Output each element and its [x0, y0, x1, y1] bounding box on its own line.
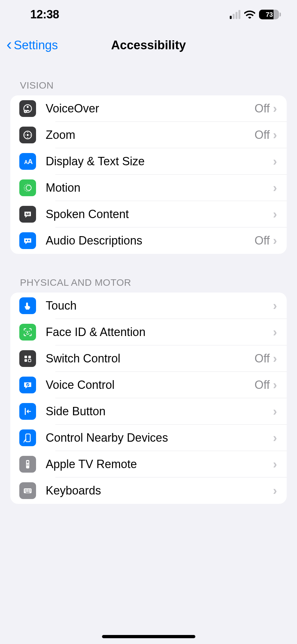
svg-rect-31 — [26, 489, 27, 490]
row-control-nearby[interactable]: Control Nearby Devices › — [10, 425, 287, 451]
svg-point-14 — [26, 331, 27, 332]
chevron-right-icon: › — [273, 181, 277, 195]
row-label: Control Nearby Devices — [46, 431, 273, 445]
svg-point-2 — [24, 110, 27, 113]
voice-control-icon — [19, 377, 36, 393]
row-value: Off — [255, 378, 270, 392]
row-label: Switch Control — [46, 352, 255, 365]
svg-rect-17 — [28, 356, 31, 358]
row-zoom[interactable]: Zoom Off › — [10, 122, 287, 148]
chevron-right-icon: › — [273, 457, 277, 471]
row-label: Voice Control — [46, 378, 255, 392]
row-label: Motion — [46, 181, 273, 195]
row-switch-control[interactable]: Switch Control Off › — [10, 345, 287, 372]
chevron-right-icon: › — [273, 128, 277, 142]
chevron-right-icon: › — [273, 234, 277, 248]
chevron-right-icon: › — [273, 155, 277, 168]
status-time: 12:38 — [30, 8, 59, 21]
svg-point-4 — [27, 134, 29, 136]
row-label: Display & Text Size — [46, 155, 273, 168]
svg-rect-36 — [28, 491, 29, 492]
svg-rect-9 — [26, 213, 27, 214]
back-button[interactable]: ‹ Settings — [6, 38, 58, 52]
apple-tv-remote-icon — [19, 456, 36, 473]
row-label: VoiceOver — [46, 102, 255, 115]
row-value: Off — [255, 102, 270, 115]
chevron-right-icon: › — [273, 299, 277, 313]
svg-rect-33 — [30, 489, 31, 490]
status-bar: 12:38 73 — [0, 0, 297, 29]
text-size-icon: AA — [19, 153, 36, 170]
row-spoken-content[interactable]: Spoken Content › — [10, 201, 287, 227]
chevron-right-icon: › — [273, 325, 277, 339]
row-label: Spoken Content — [46, 207, 273, 221]
svg-rect-32 — [28, 489, 29, 490]
row-display-text-size[interactable]: AA Display & Text Size › — [10, 148, 287, 175]
svg-point-26 — [28, 464, 29, 465]
svg-rect-11 — [26, 214, 30, 215]
chevron-right-icon: › — [273, 431, 277, 445]
svg-point-28 — [28, 465, 29, 466]
row-voiceover[interactable]: VoiceOver Off › — [10, 95, 287, 122]
audio-descriptions-icon — [19, 232, 36, 249]
switch-control-icon — [19, 350, 36, 367]
row-label: Audio Descriptions — [46, 234, 255, 247]
svg-point-27 — [27, 465, 28, 466]
section-header-physical: PHYSICAL AND MOTOR — [0, 277, 297, 293]
vision-group: VoiceOver Off › Zoom Off › AA Display & … — [10, 95, 287, 254]
svg-rect-21 — [25, 408, 26, 415]
voiceover-icon — [19, 100, 36, 117]
svg-rect-37 — [30, 491, 31, 492]
row-keyboards[interactable]: Keyboards › — [10, 477, 287, 504]
chevron-right-icon: › — [273, 102, 277, 116]
svg-rect-22 — [26, 434, 30, 442]
svg-rect-19 — [28, 359, 31, 362]
side-button-icon — [19, 403, 36, 420]
section-header-vision: VISION — [0, 80, 297, 95]
svg-point-24 — [27, 461, 29, 463]
svg-rect-10 — [28, 213, 30, 214]
row-voice-control[interactable]: Voice Control Off › — [10, 372, 287, 398]
svg-point-15 — [29, 331, 30, 332]
svg-rect-16 — [24, 356, 27, 358]
row-audio-descriptions[interactable]: Audio Descriptions Off › — [10, 227, 287, 254]
row-touch[interactable]: Touch › — [10, 293, 287, 319]
status-indicators: 73 — [230, 10, 279, 19]
svg-rect-35 — [26, 491, 27, 492]
row-label: Side Button — [46, 405, 273, 418]
row-label: Face ID & Attention — [46, 325, 273, 339]
svg-rect-18 — [24, 359, 27, 362]
cellular-signal-icon — [230, 10, 240, 19]
zoom-icon — [19, 127, 36, 143]
row-value: Off — [255, 352, 270, 365]
svg-rect-30 — [25, 489, 26, 490]
nav-bar: ‹ Settings Accessibility — [0, 29, 297, 61]
chevron-left-icon: ‹ — [6, 36, 12, 52]
physical-group: Touch › Face ID & Attention › Switch Con… — [10, 293, 287, 504]
svg-point-12 — [26, 240, 27, 241]
control-nearby-icon — [19, 429, 36, 446]
back-label: Settings — [14, 38, 58, 52]
battery-icon: 73 — [259, 10, 279, 19]
keyboard-icon — [19, 482, 36, 499]
row-label: Keyboards — [46, 484, 273, 497]
row-apple-tv-remote[interactable]: Apple TV Remote › — [10, 451, 287, 477]
row-faceid[interactable]: Face ID & Attention › — [10, 319, 287, 345]
chevron-right-icon: › — [273, 352, 277, 366]
wifi-icon — [244, 10, 255, 19]
svg-point-25 — [27, 464, 28, 465]
row-motion[interactable]: Motion › — [10, 175, 287, 201]
svg-point-1 — [27, 106, 29, 108]
row-label: Apple TV Remote — [46, 457, 273, 471]
row-side-button[interactable]: Side Button › — [10, 398, 287, 425]
faceid-icon — [19, 324, 36, 341]
home-indicator — [102, 635, 195, 638]
motion-icon — [19, 179, 36, 196]
chevron-right-icon: › — [273, 405, 277, 418]
svg-point-8 — [26, 185, 31, 190]
row-value: Off — [255, 234, 270, 247]
spoken-content-icon — [19, 206, 36, 223]
row-value: Off — [255, 128, 270, 142]
row-label: Touch — [46, 299, 273, 312]
chevron-right-icon: › — [273, 484, 277, 498]
